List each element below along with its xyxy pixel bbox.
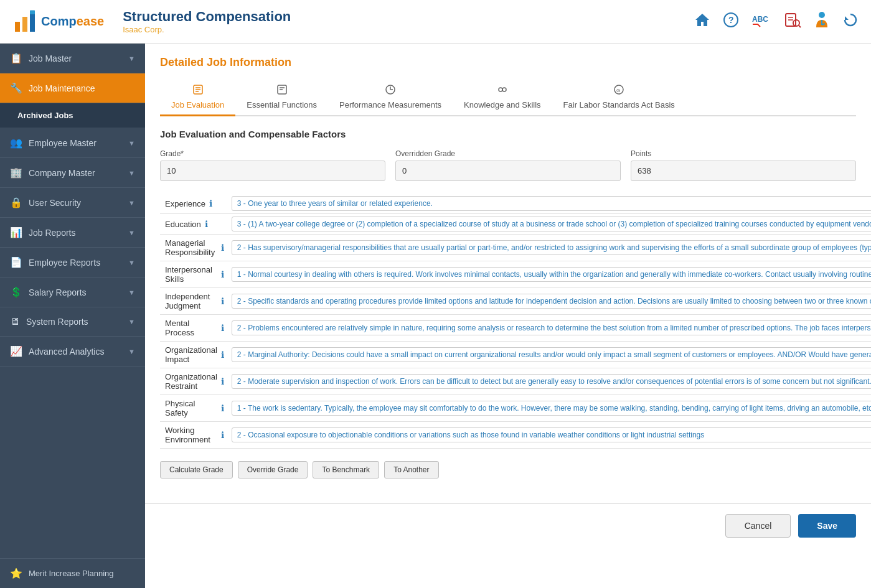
info-icon[interactable]: ℹ [221, 403, 224, 413]
chevron-icon-aa: ▼ [128, 348, 135, 355]
factor-value-cell[interactable]: 2 - Marginal Authority: Decisions could … [229, 342, 871, 368]
factor-value-cell[interactable]: 3 - (1) A two-year college degree or (2)… [229, 214, 871, 235]
sidebar-bottom: ⭐ Merit Increase Planning [0, 558, 145, 588]
logo: Compease [12, 9, 104, 34]
svg-rect-2 [30, 12, 35, 32]
sidebar-item-job-maintenance[interactable]: 🔧 Job Maintenance [0, 73, 145, 103]
employee-master-icon: 👥 [10, 137, 22, 149]
sidebar-item-merit-label: Merit Increase Planning [29, 569, 114, 578]
factor-value-text: 2 - Marginal Authority: Decisions could … [237, 350, 871, 359]
search-book-icon[interactable] [784, 12, 801, 32]
tab-essential-icon [276, 84, 288, 98]
info-icon[interactable]: ℹ [221, 430, 224, 440]
table-row: Mental Process ℹ 2 - Problems encountere… [160, 315, 871, 342]
calculate-grade-button[interactable]: Calculate Grade [160, 461, 233, 478]
svg-rect-1 [22, 17, 27, 32]
svg-rect-3 [30, 10, 35, 14]
factor-value-cell[interactable]: 2 - Has supervisory/managerial responsib… [229, 235, 871, 261]
person-icon[interactable] [814, 11, 830, 32]
user-security-icon: 🔒 [10, 197, 22, 208]
header-title-block: Structured Compensation Isaac Corp. [123, 9, 694, 34]
star-icon: ⭐ [10, 567, 22, 579]
sidebar-item-advanced-analytics-label: Advanced Analytics [29, 347, 104, 357]
factor-value-cell[interactable]: 1 - Normal courtesy in dealing with othe… [229, 261, 871, 288]
sidebar-item-employee-reports[interactable]: 📄 Employee Reports ▼ [0, 248, 145, 278]
tab-fair-labor-label: Fair Labor Standards Act Basis [563, 100, 675, 110]
info-icon[interactable]: ℹ [221, 296, 224, 306]
chevron-icon-sr: ▼ [128, 289, 135, 296]
table-row: Organizational Restraint ℹ 2 - Moderate … [160, 368, 871, 395]
svg-text:?: ? [728, 15, 734, 25]
overridden-grade-input[interactable] [395, 161, 621, 181]
sidebar-item-company-master[interactable]: 🏢 Company Master ▼ [0, 158, 145, 188]
info-icon[interactable]: ℹ [221, 350, 224, 360]
logo-ease: ease [77, 14, 105, 28]
svg-marker-16 [845, 16, 849, 20]
table-row: Physical Safety ℹ 1 - The work is sedent… [160, 395, 871, 422]
factor-name-cell: Education ℹ [160, 214, 229, 235]
factor-value-cell[interactable]: 2 - Occasional exposure to objectionable… [229, 422, 871, 449]
factor-name-label: Physical Safety [165, 399, 217, 418]
override-grade-button[interactable]: Override Grade [238, 461, 308, 478]
factor-value-cell[interactable]: 2 - Problems encountered are relatively … [229, 315, 871, 342]
tab-job-evaluation[interactable]: Job Evaluation [160, 79, 235, 116]
sidebar-item-salary-reports[interactable]: 💲 Salary Reports ▼ [0, 278, 145, 307]
factor-value-cell[interactable]: 1 - The work is sedentary. Typically, th… [229, 395, 871, 422]
tab-fair-labor[interactable]: G Fair Labor Standards Act Basis [552, 79, 686, 116]
tab-knowledge-and-skills[interactable]: Knowledge and Skills [453, 79, 552, 116]
table-row: Education ℹ 3 - (1) A two-year college d… [160, 214, 871, 235]
info-icon[interactable]: ℹ [205, 219, 208, 229]
save-button[interactable]: Save [798, 514, 856, 538]
tab-essential-functions[interactable]: Essential Functions [235, 79, 328, 116]
points-input[interactable] [631, 161, 856, 181]
spell-check-icon[interactable]: ABC [751, 12, 771, 32]
sidebar-item-user-security-label: User Security [29, 198, 81, 208]
grade-input[interactable] [160, 161, 385, 181]
to-benchmark-button[interactable]: To Benchmark [313, 461, 379, 478]
info-icon[interactable]: ℹ [221, 376, 224, 386]
factor-value-text: 1 - Normal courtesy in dealing with othe… [237, 270, 871, 279]
grade-row: Grade* Overridden Grade Points [160, 149, 856, 181]
factor-name-label: Interpersonal Skills [165, 265, 217, 284]
factor-name-cell: Managerial Responsibility ℹ [160, 235, 229, 261]
app-name: Structured Compensation [123, 9, 694, 25]
factor-value-cell[interactable]: 3 - One year to three years of similar o… [229, 194, 871, 214]
tab-knowledge-icon [497, 84, 508, 98]
system-reports-icon: 🖥 [10, 316, 20, 327]
help-icon[interactable]: ? [723, 12, 739, 32]
tab-fair-labor-icon: G [613, 84, 624, 98]
sidebar-item-job-master[interactable]: 📋 Job Master ▼ [0, 44, 145, 73]
info-icon[interactable]: ℹ [221, 243, 224, 253]
tab-performance-measurements[interactable]: Performance Measurements [328, 79, 453, 116]
to-another-button[interactable]: To Another [384, 461, 438, 478]
svg-point-27 [499, 88, 502, 91]
sidebar-item-salary-reports-label: Salary Reports [29, 287, 87, 297]
sidebar-item-job-reports[interactable]: 📊 Job Reports ▼ [0, 218, 145, 248]
cancel-button[interactable]: Cancel [725, 514, 791, 538]
sidebar-item-advanced-analytics[interactable]: 📈 Advanced Analytics ▼ [0, 337, 145, 366]
sidebar-item-merit-planning[interactable]: ⭐ Merit Increase Planning [0, 559, 145, 588]
factor-value-text: 2 - Specific standards and operating pro… [237, 297, 871, 306]
refresh-icon[interactable] [842, 12, 859, 32]
sidebar-item-system-reports-label: System Reports [26, 317, 88, 327]
sidebar-item-archived-jobs[interactable]: Archived Jobs [0, 103, 145, 128]
info-icon[interactable]: ℹ [221, 323, 224, 333]
sidebar-item-system-reports[interactable]: 🖥 System Reports ▼ [0, 307, 145, 337]
home-icon[interactable] [694, 12, 710, 32]
factor-name-cell: Mental Process ℹ [160, 315, 229, 342]
factor-name-label: Independent Judgment [165, 292, 217, 310]
tab-perf-icon [385, 84, 396, 98]
section-title: Job Evaluation and Compensable Factors [160, 129, 856, 139]
info-icon[interactable]: ℹ [209, 198, 212, 208]
table-row: Experience ℹ 3 - One year to three years… [160, 194, 871, 214]
factor-value-text: 3 - One year to three years of similar o… [237, 199, 871, 208]
svg-point-13 [819, 12, 825, 18]
info-icon[interactable]: ℹ [221, 269, 224, 279]
factor-value-cell[interactable]: 2 - Specific standards and operating pro… [229, 288, 871, 315]
chevron-icon-sys: ▼ [128, 318, 135, 325]
factor-name-label: Experience [165, 199, 205, 208]
sidebar-item-user-security[interactable]: 🔒 User Security ▼ [0, 188, 145, 218]
factor-value-cell[interactable]: 2 - Moderate supervision and inspection … [229, 368, 871, 395]
sidebar-item-company-master-label: Company Master [29, 168, 95, 178]
sidebar-item-employee-master[interactable]: 👥 Employee Master ▼ [0, 128, 145, 158]
